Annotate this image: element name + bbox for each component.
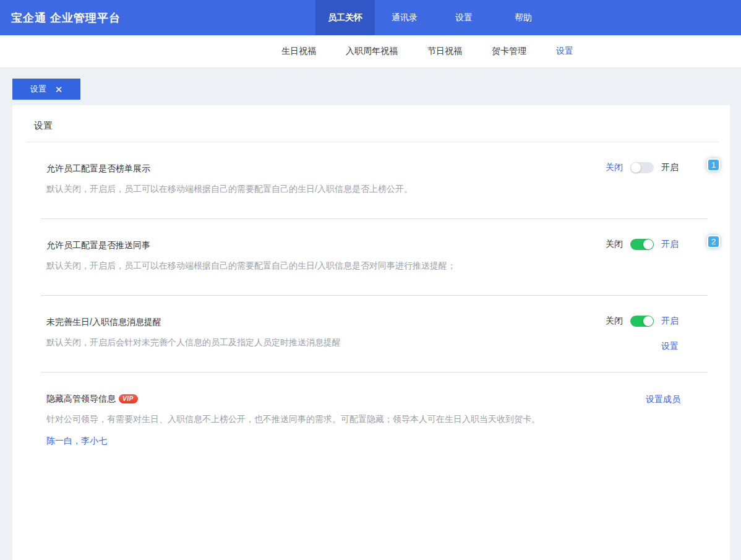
sub-nav: 生日祝福 入职周年祝福 节日祝福 贺卡管理 设置 <box>0 35 741 68</box>
toggle-off-label[interactable]: 关闭 <box>606 316 623 327</box>
settings-panel: 设置 允许员工配置是否榜单展示 默认关闭，开启后，员工可以在移动端根据自己的需要… <box>12 105 730 560</box>
setting-title: 允许员工配置是否榜单展示 <box>46 163 702 174</box>
vip-badge: VIP <box>119 394 138 403</box>
toggle-knob <box>643 316 653 326</box>
app-header: 宝企通 企业管理平台 员工关怀 通讯录 设置 帮助 <box>0 0 741 35</box>
setting-title: 允许员工配置是否推送同事 <box>46 240 702 251</box>
toggle-knob <box>643 239 653 249</box>
nav-item-contacts[interactable]: 通讯录 <box>375 0 434 35</box>
toggle-group: 关闭 开启 <box>606 160 679 175</box>
toggle-switch[interactable] <box>630 162 654 173</box>
setting-row-incomplete-info-reminder: 未完善生日/入职信息消息提醒 默认关闭，开启后会针对未完善个人信息的员工及指定人… <box>41 296 708 373</box>
setting-row-leaderboard-display: 允许员工配置是否榜单展示 默认关闭，开启后，员工可以在移动端根据自己的需要配置自… <box>41 142 708 219</box>
setting-description: 默认关闭，开启后会针对未完善个人信息的员工及指定人员定时推送消息提醒 <box>46 337 702 348</box>
subnav-item-settings[interactable]: 设置 <box>556 46 573 57</box>
nav-item-employee-care[interactable]: 员工关怀 <box>315 0 375 35</box>
page-title: 设置 <box>12 105 730 142</box>
step-badge: 1 <box>707 158 720 171</box>
members-link[interactable]: 陈一白，李小七 <box>46 436 702 447</box>
subnav-item-holiday[interactable]: 节日祝福 <box>427 46 462 57</box>
toggle-on-label[interactable]: 开启 <box>661 239 679 250</box>
setting-title-text: 隐藏高管领导信息 <box>46 394 116 403</box>
nav-item-label: 帮助 <box>515 12 532 24</box>
toggle-group: 关闭 开启 <box>606 314 679 329</box>
nav-item-label: 设置 <box>455 12 473 24</box>
setting-row-push-colleagues: 允许员工配置是否推送同事 默认关闭，开启后，员工可以在移动端根据自己的需要配置自… <box>41 219 708 296</box>
nav-item-label: 员工关怀 <box>328 12 362 24</box>
nav-item-label: 通讯录 <box>392 12 418 24</box>
setting-row-hide-executives: 隐藏高管领导信息VIP 针对公司领导，有需要对生日、入职信息不上榜公开，也不推送… <box>41 373 708 470</box>
subnav-item-anniversary[interactable]: 入职周年祝福 <box>346 46 398 57</box>
toggle-off-label[interactable]: 关闭 <box>606 239 623 250</box>
subnav-item-card-management[interactable]: 贺卡管理 <box>492 46 526 57</box>
nav-item-settings[interactable]: 设置 <box>434 0 494 35</box>
tab-label: 设置 <box>30 84 46 95</box>
toggle-switch[interactable] <box>630 239 654 250</box>
reminder-settings-link[interactable]: 设置 <box>661 341 679 352</box>
setting-description: 默认关闭，开启后，员工可以在移动端根据自己的需要配置自己的生日/入职信息是否上榜… <box>46 184 702 195</box>
setting-description: 针对公司领导，有需要对生日、入职信息不上榜公开，也不推送同事的需求。可配置隐藏；… <box>46 414 702 425</box>
set-members-link[interactable]: 设置成员 <box>646 394 680 405</box>
toggle-knob <box>631 163 641 173</box>
close-icon[interactable]: ✕ <box>55 85 63 94</box>
settings-list: 允许员工配置是否榜单展示 默认关闭，开启后，员工可以在移动端根据自己的需要配置自… <box>41 142 708 470</box>
top-nav: 员工关怀 通讯录 设置 帮助 <box>315 0 553 35</box>
tab-settings[interactable]: 设置 ✕ <box>12 79 80 100</box>
toggle-group: 关闭 开启 <box>606 237 679 252</box>
toggle-on-label[interactable]: 开启 <box>661 316 679 327</box>
setting-title: 未完善生日/入职信息消息提醒 <box>46 317 702 328</box>
nav-item-help[interactable]: 帮助 <box>494 0 553 35</box>
toggle-on-label[interactable]: 开启 <box>661 162 679 173</box>
toggle-off-label[interactable]: 关闭 <box>606 162 623 173</box>
toggle-switch[interactable] <box>630 316 654 327</box>
step-badge: 2 <box>707 235 720 248</box>
setting-title: 隐藏高管领导信息VIP <box>46 394 702 405</box>
setting-description: 默认关闭，开启后，员工可以在移动端根据自己的需要配置自己的生日/入职信息是否对同… <box>46 261 702 272</box>
subnav-item-birthday[interactable]: 生日祝福 <box>281 46 316 57</box>
app-title: 宝企通 企业管理平台 <box>0 0 121 35</box>
